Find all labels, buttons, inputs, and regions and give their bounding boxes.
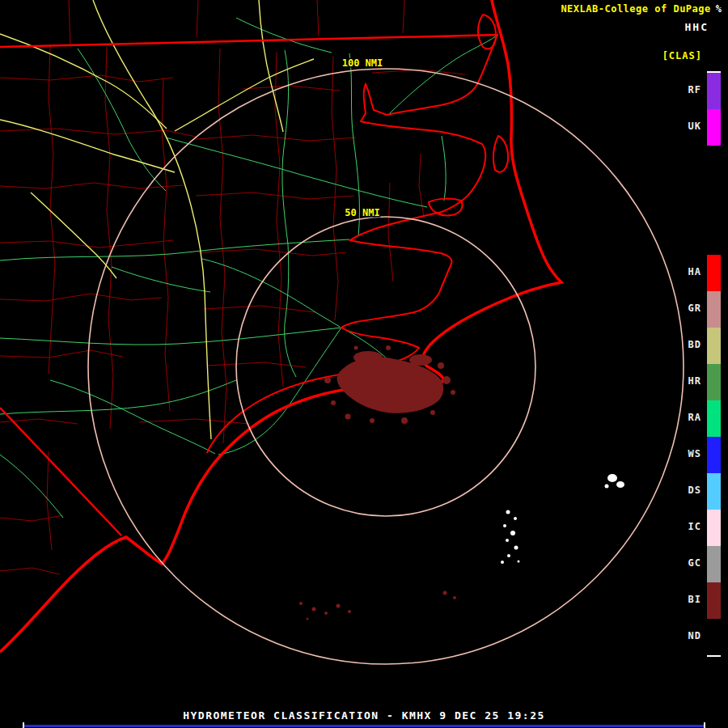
road-secondary [236,18,332,53]
echo-dot [442,376,451,384]
echo-dot [354,346,358,350]
legend-label-ra: RA [688,412,701,423]
legend-bar [707,71,721,657]
legend-label-gr: GR [688,303,701,314]
map-canvas: 100 NMI 50 NMI [0,0,728,728]
road-primary [0,120,175,172]
echoes-biological [299,345,456,620]
road-primary [31,193,116,278]
county-line [196,135,356,141]
road-secondary [50,380,215,454]
snow-echo-blob [616,481,624,488]
legend-swatch-blank-3 [707,182,721,218]
legend-swatch-hr [707,364,721,400]
status-line-left-tick [23,722,24,728]
county-line [388,183,393,281]
ring-label-100nmi: 100 NMI [342,57,383,69]
county-line [403,0,404,33]
county-line [419,154,424,217]
nc-sc-border [0,408,121,535]
county-line [0,568,60,574]
road-primary [93,0,211,439]
roanoke-island [493,136,508,172]
legend-swatch-bd [707,328,721,364]
snow-echo-dot [514,546,518,550]
snow-echo-dot [503,524,506,527]
road-secondary [0,380,236,414]
county-line [0,183,183,188]
county-line [243,86,340,91]
echo-dot [348,610,351,613]
legend-swatch-uk [707,109,721,146]
roads-primary [0,0,314,439]
county-line [332,57,338,320]
legend-label-ha: HA [688,266,701,277]
product-tag: [CLAS] [662,50,702,61]
outer-banks-coastline [0,0,561,652]
road-primary [259,0,283,132]
state-and-coast-lines [0,0,561,652]
snow-echo-dot [501,561,504,564]
county-line [317,0,319,36]
snow-echo-dot [506,510,510,514]
echo-dot [451,390,455,395]
echo-dot [370,418,375,423]
radar-display: { "header": { "brand": "NEXLAB-College o… [0,0,728,728]
status-underline [23,725,705,727]
road-secondary [112,267,210,292]
legend-swatch-blank-4 [707,218,721,255]
legend-swatch-gr [707,291,721,328]
echo-dot [438,362,444,369]
cod-logo-icon: % [716,3,722,15]
legend-label-bd: BD [688,339,701,350]
snow-echo-dot [510,531,515,535]
road-secondary [388,36,497,115]
legend-labels: RFUKHAGRBDHRRAWSDSICGCBIND [674,71,701,654]
echo-blob [409,354,432,366]
status-line-right-tick [704,722,705,728]
county-line [0,129,196,137]
road-secondary [0,239,349,260]
echo-dot [430,410,435,415]
county-line [0,515,63,521]
product-code: HHC [685,21,709,33]
echo-dot [386,345,391,350]
county-line [0,240,173,248]
legend-label-bi: BI [688,594,701,605]
county-line [196,193,354,199]
legend-swatch-rf [707,73,721,109]
county-line [197,0,198,37]
echoes-snow [501,474,624,564]
snow-echo-dot [514,517,517,520]
echo-dot [336,604,341,608]
echo-blob [353,351,383,364]
road-primary [175,59,314,131]
legend-label-uk: UK [688,121,701,132]
snow-echo-dot [605,485,609,489]
legend-label-rf: RF [688,84,701,95]
legend-swatch-nd [707,619,721,655]
county-line [69,0,70,46]
legend-swatch-gc [707,546,721,582]
road-secondary [282,50,289,244]
echo-dot [453,596,456,599]
legend-label-ds: DS [688,485,701,496]
legend-swatch-ws [707,437,721,473]
road-secondary [285,244,296,377]
echo-dot [443,591,447,595]
snow-echo-dot [506,539,509,542]
legend-swatch-bi [707,582,721,619]
legend-label-nd: ND [688,630,701,641]
county-line [0,350,123,358]
snow-echo-blob [607,474,617,482]
ring-label-50nmi: 50 NMI [345,207,379,218]
legend-label-ws: WS [688,448,701,459]
county-line [218,49,226,443]
legend-label-ic: IC [688,521,701,532]
status-text: HYDROMETEOR CLASSIFICATION - KMHX 9 DEC … [0,709,728,722]
echo-dot [299,602,303,605]
snow-echo-dot [507,554,510,557]
va-nc-border [0,35,498,47]
county-line [105,47,113,429]
legend-swatch-blank-2 [707,146,721,182]
